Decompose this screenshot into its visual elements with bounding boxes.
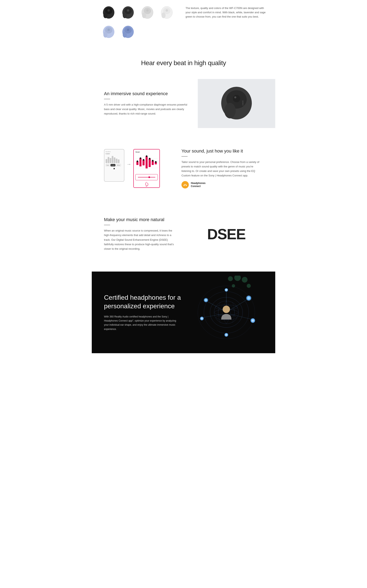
eq-bar-3 [110,158,111,163]
svg-point-15 [166,9,168,12]
svg-rect-44 [152,163,154,165]
svg-point-26 [224,103,236,118]
eq-bar-5 [114,157,115,163]
svg-point-52 [152,160,154,162]
immersive-sound-section: An immersive sound experience A 5 mm dri… [92,79,275,128]
svg-point-60 [242,277,248,283]
arrow-right-icon: → [126,149,131,167]
color-variants-section: The texture, quality and colors of the W… [92,0,275,49]
svg-point-83 [225,334,227,336]
eq-bar-1 [106,159,107,163]
natural-music-heading: Make your music more natural [104,217,177,222]
svg-line-86 [203,314,223,318]
eq-phone-header: Equalizer [106,151,123,152]
svg-point-58 [228,276,233,281]
headphones-connect-icon [183,182,188,187]
svg-point-28 [234,96,236,98]
eq-bar-7 [118,159,119,163]
your-sound-text: Your sound, just how you like it Tailor … [182,148,263,189]
your-sound-heading: Your sound, just how you like it [182,148,263,154]
certified-text: Certified headphones for a personalized … [104,293,182,331]
eq-preset-excited[interactable]: Excited [110,164,115,166]
color-purple [119,24,137,41]
hc-name-line1: Headphones [191,182,206,185]
svg-point-18 [103,32,108,38]
svg-point-22 [123,32,127,38]
dsee-logo: DSEE [190,226,263,242]
certified-heading: Certified headphones for a personalized … [104,293,182,310]
svg-rect-46 [155,163,157,164]
svg-rect-38 [142,163,145,165]
dsee-text: DSEE [207,226,245,242]
svg-rect-42 [149,163,151,167]
svg-point-81 [225,289,227,291]
immersive-sound-text: An immersive sound experience A 5 mm dri… [92,79,198,128]
your-sound-section: Equalizer Custom Bright Excited Mellow → [92,140,275,197]
color-description: The texture, quality and colors of the W… [185,4,267,19]
hc-label: Headphones Connect [191,182,206,188]
svg-point-71 [223,306,230,313]
svg-rect-40 [146,163,148,168]
svg-text:SONY: SONY [242,100,244,106]
eq-bar-4 [112,156,113,163]
eq-preset-bright[interactable]: Bright [106,164,110,166]
eq-presets: Bright Excited Mellow [106,164,123,166]
color-black [100,4,117,21]
svg-line-84 [207,301,223,310]
earbud-svg: SONY [214,81,259,126]
hear-beat-section: Hear every beat in high quality [92,49,275,79]
immersive-sound-body: A 5 mm driver unit with a high-complianc… [104,103,188,116]
color-description-text: The texture, quality and colors of the W… [185,6,267,19]
svg-point-23 [127,29,129,31]
eq-bars [106,155,123,163]
touch-slider-handle [149,176,150,178]
your-sound-body: Tailor sound to your personal preference… [182,160,263,178]
certified-body: With 360 Reality Audio certified headpho… [104,315,182,331]
color-images [100,4,177,41]
svg-point-7 [127,9,129,12]
color-dark-gray [119,4,137,21]
eq-label: Custom [106,153,123,154]
svg-point-10 [142,12,146,18]
svg-line-85 [230,299,248,310]
svg-point-48 [140,157,141,159]
svg-point-73 [205,299,207,301]
color-light [158,4,175,21]
svg-point-77 [201,318,203,320]
svg-point-56 [184,185,185,186]
svg-point-55 [183,183,187,187]
heading-underline-3 [104,225,110,225]
eq-mockup: Equalizer Custom Bright Excited Mellow → [104,149,169,188]
heading-underline [104,99,110,99]
svg-point-11 [146,9,149,12]
immersive-sound-heading: An immersive sound experience [104,91,188,96]
hear-beat-heading: Hear every beat in high quality [96,59,271,67]
svg-rect-39 [146,156,148,163]
certified-section: Certified headphones for a personalized … [92,272,275,353]
svg-point-2 [103,12,108,18]
color-white [139,4,156,21]
heading-underline-2 [182,156,188,156]
eq-preset-mellow[interactable]: Mellow [116,164,121,166]
globe-svg [194,284,259,341]
eq-touch-area[interactable] [135,174,158,180]
svg-point-51 [149,158,150,159]
svg-rect-34 [136,163,138,165]
touch-slider [138,177,155,177]
vocal-eq-svg [135,154,158,173]
svg-point-54 [146,186,147,187]
svg-point-6 [123,12,127,18]
svg-point-79 [252,319,254,322]
touch-gesture-icon [143,181,150,187]
svg-point-59 [234,276,241,281]
hc-name-line2: Connect [191,185,206,188]
immersive-sound-image: SONY [198,79,275,128]
eq-bar-2 [108,157,109,163]
svg-point-47 [137,160,138,162]
svg-rect-36 [140,163,142,166]
eq-phone-screen: Equalizer Custom Bright Excited Mellow [104,149,124,182]
svg-point-3 [108,9,110,12]
natural-music-body: When an original music source is compres… [104,228,177,251]
vocal-label: Vocal [135,151,158,153]
svg-point-27 [233,95,240,102]
